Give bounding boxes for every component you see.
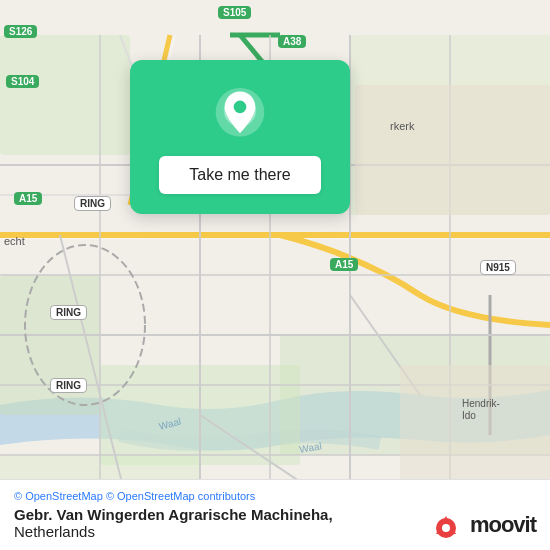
svg-point-39	[234, 101, 247, 114]
osm-copyright: ©	[14, 490, 22, 502]
bottom-bar: © OpenStreetMap © OpenStreetMap contribu…	[0, 479, 550, 550]
road-badge-s104: S104	[6, 75, 39, 88]
svg-text:echt: echt	[4, 235, 25, 247]
osm-contributors: © OpenStreetMap contributors	[106, 490, 255, 502]
road-badge-a15-left: A15	[14, 192, 42, 205]
road-badge-ring2: RING	[50, 305, 87, 320]
osm-link[interactable]: OpenStreetMap	[25, 490, 103, 502]
location-pin-icon	[213, 88, 267, 142]
svg-text:rkerk: rkerk	[390, 120, 415, 132]
location-name: Gebr. Van Wingerden Agrarische Machineha…	[14, 506, 333, 523]
moovit-text: moovit	[470, 512, 536, 538]
road-badge-s126: S126	[4, 25, 37, 38]
road-badge-ring3: RING	[50, 378, 87, 393]
bottom-left: © OpenStreetMap © OpenStreetMap contribu…	[14, 490, 333, 540]
take-me-there-button[interactable]: Take me there	[159, 156, 320, 194]
road-badge-n915: N915	[480, 260, 516, 275]
road-badge-a38: A38	[278, 35, 306, 48]
svg-rect-29	[355, 85, 550, 215]
svg-point-42	[442, 524, 450, 532]
svg-text:Ido: Ido	[462, 410, 476, 421]
location-card: Take me there	[130, 60, 350, 214]
svg-rect-2	[0, 275, 100, 415]
moovit-icon	[436, 510, 464, 540]
osm-credit: © OpenStreetMap © OpenStreetMap contribu…	[14, 490, 333, 502]
moovit-logo: moovit	[436, 510, 536, 540]
map-container: Waal Waal rkerk Hendrik- Ido echt S105 A…	[0, 0, 550, 550]
svg-text:Hendrik-: Hendrik-	[462, 398, 500, 409]
road-badge-ring1: RING	[74, 196, 111, 211]
road-badge-a15-right: A15	[330, 258, 358, 271]
location-country: Netherlands	[14, 523, 333, 540]
svg-rect-30	[400, 365, 550, 485]
svg-rect-0	[0, 35, 130, 155]
road-badge-s105: S105	[218, 6, 251, 19]
